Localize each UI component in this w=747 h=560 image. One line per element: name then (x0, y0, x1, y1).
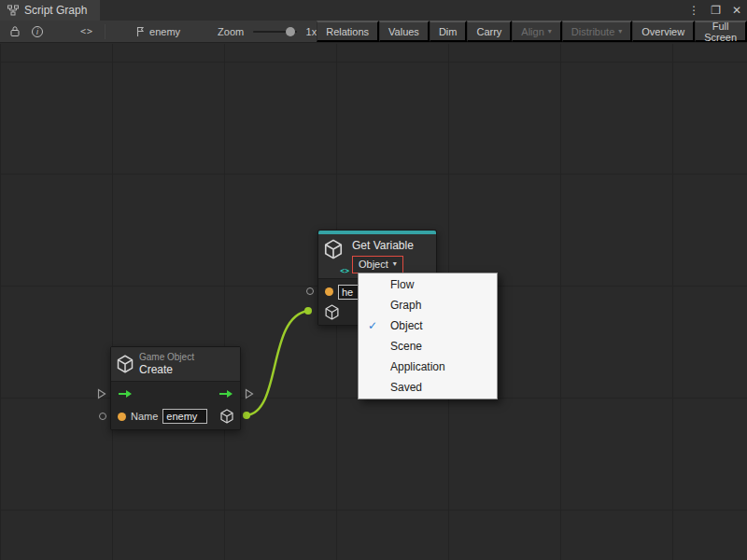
node-category: Game Object (139, 352, 194, 363)
graph-flag-icon (135, 26, 145, 37)
tab-script-graph[interactable]: Script Graph (0, 0, 100, 21)
window-controls: ⋮ ❐ ✕ (688, 0, 741, 21)
node-title: Create (139, 363, 194, 376)
string-port-icon[interactable] (118, 413, 126, 421)
flow-out-arrow-icon[interactable] (218, 389, 233, 399)
flow-output-port[interactable] (245, 388, 254, 399)
menu-item-saved[interactable]: Saved (359, 377, 497, 398)
object-name-input[interactable] (162, 409, 207, 424)
input-port[interactable] (306, 287, 314, 295)
window-menu-icon[interactable]: ⋮ (688, 4, 699, 17)
dim-button[interactable]: Dim (430, 21, 468, 42)
align-button: Align ▾ (512, 21, 561, 42)
tab-title: Script Graph (24, 4, 87, 17)
get-variable-header[interactable]: <> Get Variable Object ▾ (318, 234, 436, 278)
toolbar-buttons: Relations Values Dim Carry Align ▾ Distr… (317, 21, 747, 42)
titlebar: Script Graph ⋮ ❐ ✕ (0, 0, 747, 21)
flow-input-port[interactable] (97, 388, 106, 399)
name-port-label: Name (131, 411, 158, 422)
variable-cube-icon: <> (324, 239, 346, 273)
variable-scope-dropdown[interactable]: Object ▾ (352, 256, 403, 273)
output-cube-icon[interactable] (220, 409, 233, 424)
name-input-port[interactable] (99, 413, 106, 420)
graph-breadcrumb[interactable]: enemy (135, 26, 180, 37)
fullscreen-button[interactable]: Full Screen (695, 21, 747, 42)
menu-item-object[interactable]: ✓ Object (359, 315, 497, 336)
graph-toolbar: i <> enemy Zoom 1x Relations Values Dim (0, 21, 747, 43)
info-icon[interactable]: i (26, 21, 49, 42)
zoom-label: Zoom (218, 26, 244, 37)
overview-button[interactable]: Overview (632, 21, 695, 42)
node-title: Get Variable (352, 239, 414, 252)
create-node-header[interactable]: Game Object Create (111, 347, 240, 381)
zoom-value: 1x (306, 26, 317, 37)
lock-icon[interactable] (4, 21, 26, 42)
chevron-down-icon: ▾ (393, 260, 397, 268)
chevron-down-icon: ▾ (548, 28, 552, 35)
zoom-slider[interactable] (253, 31, 296, 33)
toolbar-separator (105, 24, 106, 39)
graph-name: enemy (149, 26, 180, 37)
create-node-body: Name (111, 381, 240, 429)
game-object-cube-icon (117, 355, 134, 373)
menu-item-scene[interactable]: Scene (359, 336, 497, 357)
string-port-icon[interactable] (325, 287, 333, 296)
create-game-object-node[interactable]: Game Object Create Name (110, 346, 241, 430)
scope-menu: Flow Graph ✓ Object Scene Application Sa… (358, 273, 498, 399)
code-view-icon[interactable]: <> (75, 21, 99, 42)
menu-item-flow[interactable]: Flow (359, 274, 497, 295)
maximize-icon[interactable]: ❐ (711, 4, 721, 17)
values-button[interactable]: Values (379, 21, 430, 42)
carry-button[interactable]: Carry (467, 21, 512, 42)
menu-item-application[interactable]: Application (359, 357, 497, 377)
flow-in-arrow-icon[interactable] (118, 389, 133, 399)
close-icon[interactable]: ✕ (732, 4, 741, 17)
menu-item-graph[interactable]: Graph (359, 295, 497, 315)
script-graph-window: Script Graph ⋮ ❐ ✕ i <> enemy Zoom (0, 0, 747, 560)
check-icon: ✓ (368, 319, 390, 332)
chevron-down-icon: ▾ (618, 28, 622, 35)
zoom-slider-thumb[interactable] (286, 27, 295, 36)
object-port-cube-icon[interactable] (325, 304, 339, 320)
graph-icon (7, 5, 19, 16)
code-badge-icon: <> (340, 267, 349, 275)
distribute-button: Distribute ▾ (562, 21, 632, 42)
graph-canvas[interactable]: <> Get Variable Object ▾ (0, 44, 747, 560)
relations-button[interactable]: Relations (317, 21, 379, 42)
